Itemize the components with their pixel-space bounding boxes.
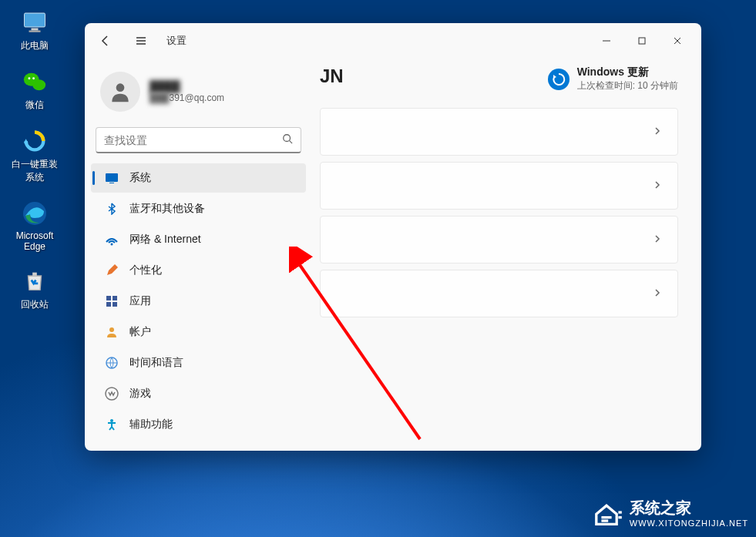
svg-point-23 <box>106 388 118 400</box>
desktop-icon-oneclick[interactable]: 白一键重装 系统 <box>8 123 62 187</box>
maximize-button[interactable] <box>624 29 660 53</box>
sidebar: ████ ███391@qq.com 系统 <box>85 58 312 451</box>
sidebar-item-time-lang[interactable]: 时间和语言 <box>91 348 306 378</box>
svg-rect-0 <box>25 13 45 27</box>
watermark-icon <box>590 495 623 529</box>
svg-rect-1 <box>32 29 39 31</box>
sidebar-item-bluetooth[interactable]: 蓝牙和其他设备 <box>91 194 306 223</box>
window-title: 设置 <box>166 34 186 48</box>
desktop-icon-wechat[interactable]: 微信 <box>8 63 62 115</box>
sidebar-item-label: 辅助功能 <box>129 418 173 431</box>
sidebar-item-label: 时间和语言 <box>129 356 183 370</box>
watermark-title: 系统之家 <box>630 498 748 519</box>
time-lang-icon <box>105 356 119 370</box>
sidebar-item-apps[interactable]: 应用 <box>91 287 306 316</box>
search-input[interactable] <box>104 134 282 146</box>
svg-point-5 <box>29 77 31 79</box>
sidebar-item-label: 网络 & Internet <box>129 233 201 247</box>
svg-point-16 <box>111 243 113 246</box>
watermark-url: WWW.XITONGZHIJIA.NET <box>630 519 748 528</box>
wechat-icon <box>19 66 50 97</box>
settings-row[interactable] <box>320 162 678 210</box>
sidebar-item-label: 个性化 <box>129 263 162 277</box>
page-title: JN <box>320 65 344 87</box>
svg-point-6 <box>32 77 35 79</box>
chevron-right-icon <box>653 125 662 139</box>
windows-update-block[interactable]: Windows 更新 上次检查时间: 10 分钟前 <box>548 65 678 92</box>
settings-row[interactable] <box>320 216 678 263</box>
desktop-icon-this-pc[interactable]: 此电脑 <box>8 4 62 55</box>
watermark: 系统之家 WWW.XITONGZHIJIA.NET <box>590 495 748 529</box>
search-box[interactable] <box>96 127 301 153</box>
svg-point-4 <box>32 79 45 90</box>
this-pc-icon <box>19 7 50 38</box>
desktop-icon-label: 微信 <box>25 99 44 112</box>
desktop-icon-label: 回收站 <box>21 298 49 311</box>
svg-rect-18 <box>113 296 117 300</box>
sidebar-item-label: 系统 <box>129 171 151 185</box>
update-title: Windows 更新 <box>577 65 678 79</box>
recycle-bin-icon <box>19 266 50 297</box>
sidebar-item-accessibility[interactable]: 辅助功能 <box>91 410 306 439</box>
update-subtitle: 上次检查时间: 10 分钟前 <box>577 79 678 92</box>
sidebar-item-personalize[interactable]: 个性化 <box>91 256 306 285</box>
network-icon <box>105 233 119 247</box>
user-name: ████ <box>150 80 224 92</box>
user-email: ███391@qq.com <box>150 92 224 103</box>
close-button[interactable] <box>660 29 695 53</box>
sidebar-item-label: 应用 <box>129 294 151 308</box>
minimize-button[interactable] <box>589 29 624 53</box>
svg-rect-14 <box>106 173 118 182</box>
svg-rect-19 <box>106 302 111 307</box>
back-button[interactable] <box>91 26 120 55</box>
svg-rect-10 <box>639 38 645 44</box>
settings-row[interactable] <box>320 108 678 156</box>
chevron-right-icon <box>653 287 662 300</box>
titlebar: 设置 <box>85 23 701 58</box>
personalize-icon <box>105 263 119 277</box>
svg-point-24 <box>110 419 113 422</box>
sidebar-item-network[interactable]: 网络 & Internet <box>91 225 306 254</box>
main-content: JN Windows 更新 上次检查时间: 10 分钟前 <box>312 58 701 451</box>
settings-window: 设置 ████ ███391@qq.com <box>85 23 701 451</box>
settings-row[interactable] <box>320 270 678 317</box>
menu-button[interactable] <box>126 26 156 55</box>
svg-rect-2 <box>29 31 41 32</box>
sidebar-item-system[interactable]: 系统 <box>91 163 306 193</box>
svg-marker-25 <box>553 75 556 79</box>
user-block[interactable]: ████ ███391@qq.com <box>89 65 307 127</box>
svg-rect-20 <box>113 302 117 307</box>
avatar <box>100 72 140 112</box>
desktop-icons: 此电脑 微信 白一键重装 系统 Microsoft Edge 回收站 <box>8 0 62 314</box>
sidebar-item-label: 蓝牙和其他设备 <box>129 202 205 216</box>
chevron-right-icon <box>653 179 662 193</box>
svg-line-13 <box>290 141 293 144</box>
sidebar-item-label: 游戏 <box>129 387 151 401</box>
desktop-icon-label: Microsoft Edge <box>16 230 54 252</box>
update-icon <box>548 69 570 90</box>
desktop-icon-label: 白一键重装 系统 <box>12 158 58 184</box>
chevron-right-icon <box>653 233 662 247</box>
svg-rect-15 <box>109 183 114 183</box>
system-icon <box>105 171 119 185</box>
nav-list: 系统 蓝牙和其他设备 网络 & Internet <box>89 163 307 440</box>
svg-point-21 <box>109 327 114 332</box>
gaming-icon <box>105 387 119 401</box>
desktop-icon-edge[interactable]: Microsoft Edge <box>8 195 62 255</box>
oneclick-icon <box>19 126 50 156</box>
svg-point-12 <box>284 135 291 142</box>
svg-point-11 <box>116 83 125 92</box>
desktop-icon-recycle-bin[interactable]: 回收站 <box>8 263 62 314</box>
sidebar-item-label: 帐户 <box>129 325 151 339</box>
accounts-icon <box>105 325 119 339</box>
sidebar-item-gaming[interactable]: 游戏 <box>91 379 306 408</box>
desktop-icon-label: 此电脑 <box>21 39 49 52</box>
apps-icon <box>105 294 119 308</box>
search-icon <box>282 133 293 146</box>
svg-rect-17 <box>106 296 111 300</box>
edge-icon <box>19 198 50 229</box>
sidebar-item-accounts[interactable]: 帐户 <box>91 317 306 347</box>
accessibility-icon <box>105 418 119 431</box>
bluetooth-icon <box>105 202 119 216</box>
